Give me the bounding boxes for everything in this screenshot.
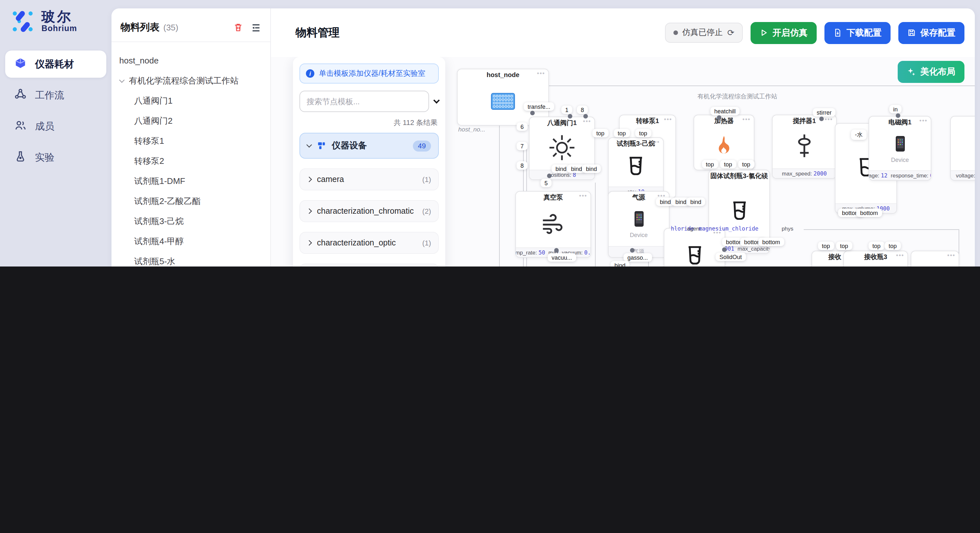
sidebar-item-members[interactable]: 成员 bbox=[5, 113, 106, 140]
tree-item[interactable]: 转移泵2 bbox=[111, 151, 270, 171]
tree-item[interactable]: 试剂瓶1-DMF bbox=[111, 171, 270, 191]
play-icon bbox=[760, 29, 768, 37]
template-hint-banner: i 单击模板添加仪器/耗材至实验室 bbox=[299, 63, 439, 84]
node-menu-icon[interactable]: ••• bbox=[825, 116, 833, 122]
members-icon bbox=[14, 119, 27, 133]
port-pill[interactable]: heatchill bbox=[710, 107, 740, 115]
port-pill[interactable]: top bbox=[635, 129, 651, 137]
port-pill[interactable]: bind bbox=[582, 165, 601, 173]
port-pill[interactable]: 5 bbox=[541, 179, 552, 187]
port-connector-dot[interactable] bbox=[547, 174, 552, 178]
start-simulation-button[interactable]: 开启仿真 bbox=[751, 22, 817, 44]
canvas-node[interactable]: ••• max_volume: 2000 bbox=[664, 228, 725, 266]
collapse-list-icon[interactable] bbox=[251, 22, 261, 33]
search-template-input[interactable] bbox=[299, 90, 429, 112]
port-pill[interactable]: top bbox=[818, 241, 834, 250]
port-pill[interactable]: top bbox=[614, 129, 630, 137]
node-menu-icon[interactable]: ••• bbox=[579, 192, 587, 199]
chevron-down-icon[interactable] bbox=[433, 97, 440, 104]
port-pill[interactable]: top bbox=[836, 241, 852, 250]
node-menu-icon[interactable]: ••• bbox=[743, 116, 751, 122]
canvas[interactable]: i 单击模板添加仪器/耗材至实验室 共 112 条结果 仪器设备 49 bbox=[271, 57, 975, 266]
tree-item[interactable]: 转移泵1 bbox=[111, 131, 270, 151]
refresh-icon[interactable]: ⟳ bbox=[727, 28, 734, 38]
port-pill[interactable]: bind bbox=[611, 261, 629, 266]
port-connector-dot[interactable] bbox=[630, 248, 635, 252]
category-row-communication_devices[interactable]: communication_devices (1) bbox=[299, 263, 439, 266]
node-menu-icon[interactable]: ••• bbox=[664, 116, 672, 122]
port-pill[interactable]: top bbox=[738, 160, 754, 168]
canvas-text: phys bbox=[782, 225, 793, 232]
tree-item-root[interactable]: host_node bbox=[111, 51, 270, 71]
port-connector-dot[interactable] bbox=[896, 113, 900, 118]
device-icon bbox=[633, 211, 644, 230]
port-connector-dot[interactable] bbox=[717, 115, 721, 120]
port-pill[interactable]: in bbox=[889, 105, 902, 113]
node-menu-icon[interactable]: ••• bbox=[947, 252, 955, 259]
port-pill[interactable]: 8 bbox=[577, 106, 588, 114]
port-pill[interactable]: SolidOut bbox=[716, 252, 746, 261]
port-pill[interactable]: stirrer bbox=[813, 108, 835, 117]
port-pill[interactable]: top bbox=[702, 160, 718, 168]
beautify-layout-button[interactable]: 美化布局 bbox=[898, 61, 964, 83]
stirrer-icon bbox=[791, 132, 817, 163]
sidebar-item-workflow[interactable]: 工作流 bbox=[5, 82, 106, 109]
sidebar-item-cube[interactable]: 仪器耗材 bbox=[5, 51, 106, 78]
banner-text: 单击模板添加仪器/耗材至实验室 bbox=[319, 69, 425, 78]
port-pill[interactable]: top bbox=[885, 241, 900, 250]
node-menu-icon[interactable]: ••• bbox=[896, 252, 904, 259]
port-pill[interactable]: 6 bbox=[517, 122, 528, 131]
node-menu-icon[interactable]: ••• bbox=[652, 139, 660, 145]
node-menu-icon[interactable]: ••• bbox=[758, 171, 766, 178]
port-pill[interactable]: vacuu... bbox=[548, 253, 576, 262]
port-connector-dot[interactable] bbox=[819, 117, 824, 121]
download-config-button[interactable]: 下载配置 bbox=[824, 22, 891, 44]
port-pill[interactable]: 1 bbox=[561, 106, 572, 114]
canvas-node[interactable]: 搅拌器1••• max_speed: 2000 bbox=[772, 115, 837, 179]
port-pill[interactable]: 7 bbox=[517, 142, 528, 150]
canvas-node[interactable]: ••• bbox=[911, 251, 959, 266]
canvas-node[interactable]: 电磁阀1••• Devicevoltage: 12response_time: … bbox=[869, 116, 931, 181]
port-connector-dot[interactable] bbox=[530, 111, 535, 115]
canvas-node[interactable]: 试剂瓶3-己烷••• ate: 10 bbox=[608, 137, 664, 197]
tree-item[interactable]: 八通阀门1 bbox=[111, 90, 270, 111]
port-pill[interactable]: top bbox=[592, 129, 608, 137]
canvas-node[interactable]: ••• voltage: 12 bbox=[950, 116, 975, 181]
save-config-button[interactable]: 保存配置 bbox=[898, 22, 964, 44]
canvas-node[interactable]: 接收瓶3••• max_volume: 250 bbox=[843, 251, 908, 266]
category-list: camera (1) characterization_chromatic (2… bbox=[299, 168, 439, 266]
app-window: 玻尔 Bohrium 仪器耗材工作流成员实验 实验室 物料列表 (35) bbox=[0, 0, 980, 266]
port-connector-dot[interactable] bbox=[554, 248, 559, 252]
chevron-down-icon[interactable] bbox=[119, 77, 125, 82]
category-row-characterization_chromatic[interactable]: characterization_chromatic (2) bbox=[299, 200, 439, 222]
port-connector-dot[interactable] bbox=[722, 247, 727, 252]
tree-item[interactable]: 试剂瓶4-甲醇 bbox=[111, 231, 270, 251]
port-pill[interactable]: -水 bbox=[851, 130, 867, 140]
tree-item[interactable]: 试剂瓶5-水 bbox=[111, 251, 270, 266]
category-group-instruments[interactable]: 仪器设备 49 bbox=[299, 133, 439, 159]
port-pill[interactable]: bind bbox=[686, 198, 705, 206]
port-connector-dot[interactable] bbox=[583, 114, 588, 119]
microplate-icon bbox=[491, 93, 515, 113]
canvas-node[interactable]: 真空泵••• ump_rate: 50max_vacuum: 0.1 bbox=[515, 191, 591, 258]
sidebar-item-experiment[interactable]: 实验 bbox=[5, 144, 106, 171]
node-menu-icon[interactable]: ••• bbox=[920, 117, 928, 124]
port-pill[interactable]: top bbox=[869, 241, 885, 250]
node-menu-icon[interactable]: ••• bbox=[537, 70, 545, 76]
node-menu-icon[interactable]: ••• bbox=[583, 118, 591, 124]
category-row-camera[interactable]: camera (1) bbox=[299, 168, 439, 190]
tree-item[interactable]: 试剂瓶2-乙酸乙酯 bbox=[111, 191, 270, 211]
port-connector-dot[interactable] bbox=[568, 114, 572, 119]
tree-group[interactable]: 有机化学流程综合测试工作站 bbox=[111, 71, 270, 90]
tree-item[interactable]: 试剂瓶3-己烷 bbox=[111, 211, 270, 231]
port-pill[interactable]: bottom bbox=[856, 209, 882, 217]
trash-icon[interactable] bbox=[233, 23, 243, 32]
port-pill[interactable]: bottom bbox=[758, 238, 784, 246]
port-pill[interactable]: top bbox=[720, 160, 736, 168]
port-pill[interactable]: gasso... bbox=[624, 253, 652, 262]
port-pill[interactable]: transfe... bbox=[524, 102, 554, 111]
tree-item[interactable]: 八通阀门2 bbox=[111, 111, 270, 131]
simulation-status-pill[interactable]: 仿真已停止 ⟳ bbox=[665, 23, 743, 43]
category-row-characterization_optic[interactable]: characterization_optic (1) bbox=[299, 232, 439, 254]
port-pill[interactable]: 8 bbox=[517, 161, 528, 170]
